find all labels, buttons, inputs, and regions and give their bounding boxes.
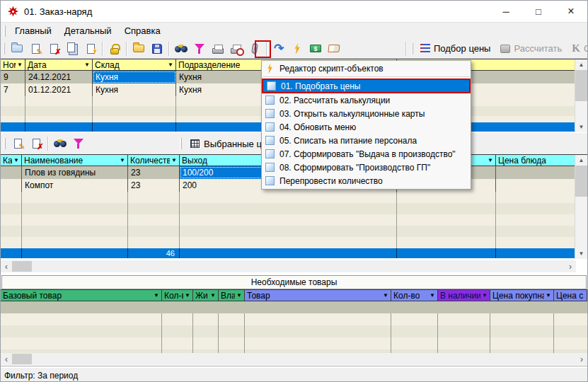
chevron-down-icon[interactable]: ▼ xyxy=(166,62,173,68)
menu-glavny[interactable]: Главный xyxy=(8,25,58,36)
delete-document-icon[interactable]: ✗ xyxy=(45,40,63,57)
print-icon[interactable] xyxy=(209,40,227,57)
search-rows-icon[interactable] xyxy=(51,135,69,152)
column-header-ka[interactable]: Ка▼ xyxy=(1,154,22,166)
reference-book-icon[interactable] xyxy=(325,40,343,57)
column-header-date[interactable]: Дата▼ xyxy=(25,59,93,71)
scroll-down-icon[interactable]: ▼ xyxy=(575,248,587,259)
menu-item-pereprovesti[interactable]: Перепровести количество xyxy=(262,174,471,187)
delete-row-icon[interactable]: ✗ xyxy=(27,135,45,152)
needed-goods-horizontal-scrollbar[interactable]: ‹ › xyxy=(1,353,587,365)
scroll-right-icon[interactable]: › xyxy=(576,353,587,365)
chevron-down-icon[interactable]: ▼ xyxy=(12,158,19,163)
menu-spravka[interactable]: Справка xyxy=(118,25,167,36)
scroll-up-icon[interactable]: ▲ xyxy=(575,155,587,166)
column-header-kolv[interactable]: Кол-в▼ xyxy=(162,289,193,301)
rasschitat-button[interactable]: Рассчитать xyxy=(495,40,567,57)
cell-ka[interactable] xyxy=(1,166,22,179)
chevron-down-icon[interactable]: ▼ xyxy=(83,62,90,68)
podbor-tseny-button[interactable]: Подбор цены xyxy=(416,40,495,57)
minimize-button[interactable]: ─ xyxy=(490,1,522,22)
scrollbar-thumb[interactable] xyxy=(575,166,587,197)
edit-document-icon[interactable]: ✎ xyxy=(26,40,45,57)
chevron-down-icon[interactable]: ▼ xyxy=(16,62,23,68)
chevron-down-icon[interactable]: ▼ xyxy=(428,293,435,299)
cell-name[interactable]: Компот xyxy=(22,179,128,192)
scrollbar-thumb[interactable] xyxy=(12,261,32,272)
chevron-down-icon[interactable]: ▼ xyxy=(235,293,242,299)
chevron-down-icon[interactable]: ▼ xyxy=(486,158,493,163)
chevron-down-icon[interactable]: ▼ xyxy=(381,293,388,299)
open-folder-icon[interactable] xyxy=(8,40,26,57)
copy-documents-icon[interactable] xyxy=(63,40,81,57)
dishes-horizontal-scrollbar[interactable]: ‹ › xyxy=(1,260,576,272)
column-header-tovar[interactable]: Товар▼ xyxy=(245,289,391,301)
dishes-vertical-scrollbar[interactable]: ▲ ▼ xyxy=(575,155,587,259)
scroll-down-icon[interactable]: ▼ xyxy=(575,122,587,132)
scroll-left-icon[interactable]: ‹ xyxy=(1,260,12,272)
scrollbar-track[interactable] xyxy=(575,197,587,248)
orders-vertical-scrollbar[interactable]: ▲ ▼ xyxy=(575,59,587,132)
selected-empty-row[interactable] xyxy=(1,301,587,313)
cell-empty[interactable] xyxy=(496,179,587,192)
scrollbar-thumb[interactable] xyxy=(575,70,587,101)
close-button[interactable]: × xyxy=(555,1,587,22)
cell-ka[interactable] xyxy=(1,179,22,192)
chevron-down-icon[interactable]: ▼ xyxy=(170,158,177,163)
open-yellow-folder-icon[interactable] xyxy=(129,40,148,57)
cell-qty[interactable]: 23 xyxy=(128,166,180,179)
column-header-base-item[interactable]: Базовый товар▼ xyxy=(1,289,162,301)
scroll-left-icon[interactable]: ‹ xyxy=(1,353,12,365)
column-header-price-buy[interactable]: Цена покупна▼ xyxy=(490,289,554,301)
cell-num[interactable]: 7 xyxy=(1,83,25,96)
cell-qty[interactable]: 23 xyxy=(128,179,180,192)
chevron-down-icon[interactable]: ▼ xyxy=(480,293,488,299)
cell-empty[interactable] xyxy=(496,166,587,179)
column-header-qty[interactable]: Количество▼ xyxy=(128,154,180,166)
cell-sklad-selected[interactable]: Кухня xyxy=(93,71,176,83)
scripts-icon[interactable] xyxy=(288,40,306,57)
column-header-sklad[interactable]: Склад▼ xyxy=(93,59,176,71)
column-header-num[interactable]: Ном▼ xyxy=(1,59,25,71)
column-header-zhi[interactable]: Жи▼ xyxy=(193,289,219,301)
menu-item-proizvodstvo-gp[interactable]: 08. Сформировать "Производство ГП" xyxy=(262,161,471,174)
cell-name[interactable]: Плов из говядины xyxy=(22,166,128,179)
column-header-nalichii[interactable]: В наличии▼ xyxy=(438,289,490,301)
column-header-kolvo[interactable]: Кол-во▼ xyxy=(391,289,438,301)
chevron-down-icon[interactable]: ▼ xyxy=(118,158,125,163)
spisok-kart-button[interactable]: K Список карт xyxy=(567,40,588,57)
scroll-right-icon[interactable]: › xyxy=(565,260,576,272)
print-preview-icon[interactable] xyxy=(227,40,246,57)
refresh-icon[interactable]: ↷ xyxy=(270,40,288,57)
edit-row-icon[interactable]: ✎ xyxy=(8,135,27,152)
cell-date[interactable]: 01.12.2021 xyxy=(25,83,93,96)
chevron-down-icon[interactable]: ▼ xyxy=(209,293,216,299)
scroll-up-icon[interactable]: ▲ xyxy=(575,59,587,70)
column-header-name[interactable]: Наименование▼ xyxy=(22,154,128,166)
menu-item-obnovit-menu[interactable]: 04. Обновить меню xyxy=(262,120,471,134)
menu-item-script-editor[interactable]: Редактор скрипт-объектов xyxy=(262,62,471,75)
cell-date[interactable]: 24.12.2021 xyxy=(25,71,93,83)
scrollbar-track[interactable] xyxy=(575,101,587,122)
menu-item-vydacha-proizvodstvo[interactable]: 07. Сформировать "Выдача в производство" xyxy=(262,147,471,161)
column-header-vla[interactable]: Вла▼ xyxy=(219,289,245,301)
cell-sklad[interactable]: Кухня xyxy=(93,83,176,96)
filter-rows-icon[interactable] xyxy=(69,135,88,152)
menu-detalny[interactable]: Детальный xyxy=(58,25,118,36)
chevron-down-icon[interactable]: ▼ xyxy=(152,293,159,299)
column-header-price[interactable]: Цена блюда xyxy=(496,154,587,166)
search-icon[interactable] xyxy=(172,40,190,57)
edit-script-icon[interactable] xyxy=(81,40,100,57)
chevron-down-icon[interactable]: ▼ xyxy=(544,293,551,299)
menu-item-spisat-pitanie[interactable]: 05. Списать на питание персонала xyxy=(262,134,471,147)
column-header-price-n[interactable]: Цена с Н xyxy=(554,289,587,301)
selected-prices-button[interactable]: Выбранные ц xyxy=(185,135,267,152)
menu-item-podobrat-tseny[interactable]: 01. Подобрать цены xyxy=(262,79,471,93)
chevron-down-icon[interactable]: ▼ xyxy=(183,293,190,299)
filter-icon[interactable] xyxy=(190,40,209,57)
save-icon[interactable] xyxy=(148,40,166,57)
menu-item-otkryt-karty[interactable]: 03. Открыть калькуляционные карты xyxy=(262,107,471,120)
maximize-button[interactable]: □ xyxy=(522,1,555,22)
lock-icon[interactable] xyxy=(105,40,124,57)
cell-num[interactable]: 9 xyxy=(1,71,25,83)
